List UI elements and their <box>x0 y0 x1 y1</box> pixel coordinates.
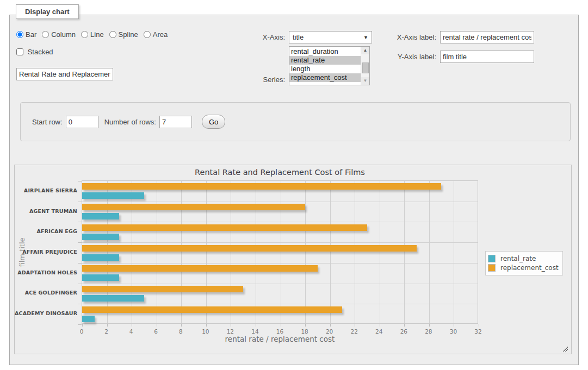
chart-type-option-bar: Bar <box>16 30 36 39</box>
bar-rental_rate <box>82 192 144 199</box>
grid-line-vertical <box>132 181 132 323</box>
go-button[interactable]: Go <box>202 115 225 129</box>
chart-type-label: Area <box>153 30 168 39</box>
series-option-replacement_cost[interactable]: replacement_cost <box>289 73 361 82</box>
category-label: AGENT TRUMAN <box>15 208 77 214</box>
chart-type-option-column: Column <box>42 30 76 39</box>
stacked-checkbox[interactable] <box>16 48 23 55</box>
legend-box: rental_ratereplacement_cost <box>485 251 563 275</box>
stacked-label: Stacked <box>16 48 53 56</box>
x-tick-label: 2 <box>97 328 116 335</box>
x-axis-tick-mark <box>454 324 454 327</box>
legend-swatch <box>488 255 496 262</box>
x-tick-label: 14 <box>246 328 264 335</box>
grid-line-horizontal <box>82 202 478 202</box>
x-axis-row: X-Axis: title ▼ <box>244 31 372 43</box>
bar-replacement_cost <box>82 183 441 190</box>
x-tick-label: 18 <box>295 328 314 335</box>
bar-replacement_cost <box>82 265 318 272</box>
plot-grid <box>82 180 478 324</box>
chart-resize-handle[interactable] <box>562 346 568 352</box>
chart-type-radio-spline[interactable] <box>109 31 116 38</box>
x-axis-tick-mark <box>281 324 281 327</box>
grid-line-vertical <box>107 181 108 323</box>
x-axis-tick-mark <box>82 324 83 327</box>
y-axis-tick-mark <box>78 284 82 284</box>
grid-line-vertical <box>181 181 182 323</box>
chart-type-radios: BarColumnLineSplineArea <box>16 30 173 39</box>
bar-rental_rate <box>82 213 119 220</box>
y-axis-label-row: Y-Axis label: <box>389 51 534 63</box>
x-axis-tick-mark <box>181 324 182 327</box>
chart-type-radio-area[interactable] <box>144 31 151 38</box>
category-label: AIRPLANE SIERRA <box>15 187 77 193</box>
bar-rental_rate <box>82 316 95 322</box>
x-axis-tick-mark <box>231 324 231 327</box>
series-scrollbar[interactable]: ▲ ▼ <box>361 47 369 85</box>
grid-line-vertical <box>404 181 405 323</box>
grid-line-horizontal <box>82 242 478 243</box>
chart-title-input[interactable] <box>16 68 113 80</box>
legend-row: replacement_cost <box>488 264 559 272</box>
grid-line-vertical <box>281 181 281 323</box>
select-arrow-icon: ▼ <box>363 35 368 40</box>
chart-type-radio-bar[interactable] <box>16 31 23 38</box>
grid-line-vertical <box>256 181 256 323</box>
series-row: Series: rental_durationrental_ratelength… <box>244 46 370 85</box>
x-axis-tick-mark <box>404 324 405 327</box>
x-axis-tick-mark <box>157 324 157 327</box>
chart-type-option-spline: Spline <box>109 30 138 39</box>
series-options: rental_durationrental_ratelengthreplacem… <box>289 47 361 85</box>
legend-label: rental_rate <box>500 255 536 262</box>
chart-type-label: Spline <box>119 30 138 39</box>
chart-type-radio-column[interactable] <box>42 31 49 38</box>
x-tick-label: 16 <box>271 328 289 335</box>
x-axis-label-input[interactable] <box>440 31 534 43</box>
chart-title: Rental Rate and Replacement Cost of Film… <box>82 168 478 177</box>
x-axis-tick-mark <box>479 324 479 327</box>
grid-line-vertical <box>355 181 355 323</box>
x-axis-tick-mark <box>132 324 132 327</box>
stacked-row: Stacked <box>16 48 53 56</box>
grid-line-vertical <box>429 181 430 323</box>
scrollbar-down-icon[interactable]: ▼ <box>361 77 369 85</box>
x-axis-tick-mark <box>206 324 207 327</box>
y-axis-tick-mark <box>78 324 82 325</box>
x-tick-label: 10 <box>196 328 215 335</box>
panel-title: Display chart <box>16 4 79 19</box>
y-axis-label-input[interactable] <box>440 51 534 63</box>
scrollbar-thumb[interactable] <box>362 62 369 73</box>
x-tick-label: 28 <box>419 328 438 335</box>
y-axis-tick-mark <box>78 181 82 181</box>
y-axis-tick-mark <box>78 304 82 304</box>
scrollbar-up-icon[interactable]: ▲ <box>361 47 369 54</box>
y-axis-tick-mark <box>78 242 82 243</box>
series-option-rental_duration[interactable]: rental_duration <box>289 47 361 56</box>
grid-line-horizontal <box>82 263 478 264</box>
series-listbox[interactable]: rental_durationrental_ratelengthreplacem… <box>289 46 370 85</box>
category-label: AFRICAN EGG <box>15 228 77 234</box>
x-axis-tick-mark <box>256 324 256 327</box>
x-tick-label: 26 <box>394 328 413 335</box>
chart-type-option-area: Area <box>144 30 168 39</box>
series-option-rental_rate[interactable]: rental_rate <box>289 56 361 65</box>
x-axis-select[interactable]: title ▼ <box>289 31 372 43</box>
bar-rental_rate <box>82 254 119 261</box>
chart-type-radio-line[interactable] <box>81 31 88 38</box>
bar-replacement_cost <box>82 224 367 231</box>
grid-line-vertical <box>330 181 331 323</box>
grid-line-vertical <box>157 181 157 323</box>
x-axis-tick-mark <box>380 324 380 327</box>
x-tick-label: 6 <box>147 328 165 335</box>
chart-type-label: Line <box>90 30 104 39</box>
x-axis-tick-mark <box>330 324 331 327</box>
category-label: ACE GOLDFINGER <box>15 290 77 296</box>
chart-type-option-line: Line <box>81 30 104 39</box>
series-option-length[interactable]: length <box>289 65 361 73</box>
grid-line-vertical <box>206 181 207 323</box>
bar-replacement_cost <box>82 204 305 210</box>
num-rows-input[interactable] <box>159 116 192 128</box>
start-row-input[interactable] <box>66 116 98 128</box>
num-rows-caption: Number of rows: <box>104 118 156 126</box>
bar-replacement_cost <box>82 245 417 252</box>
